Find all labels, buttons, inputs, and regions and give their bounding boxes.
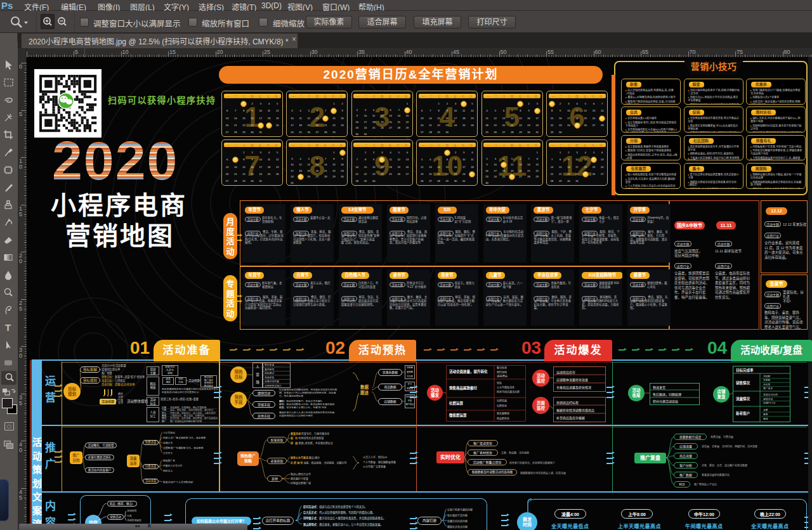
svg-text:T: T [5,322,11,333]
